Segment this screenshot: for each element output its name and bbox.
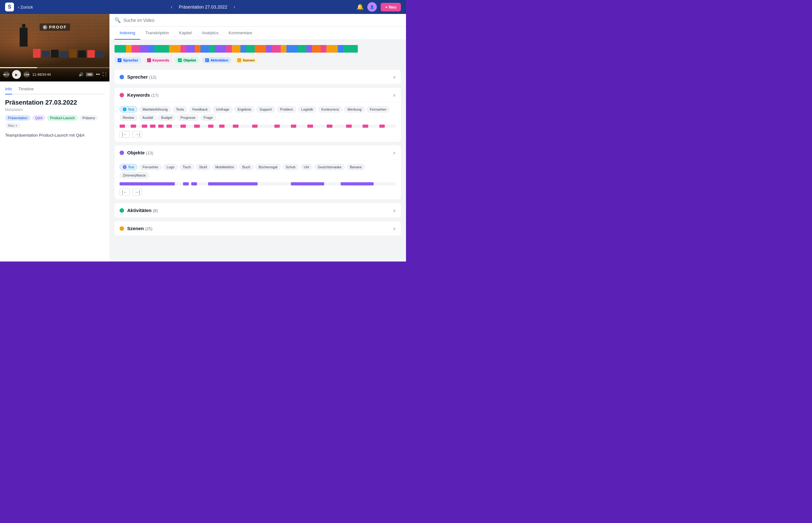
objekt-tag[interactable]: Mobiltelefon (212, 164, 237, 170)
tag-praesenz[interactable]: Präsenz (80, 115, 98, 121)
keywords-nav-end[interactable]: →| (132, 131, 142, 138)
sprecher-chevron: ∨ (393, 74, 396, 79)
sprecher-title: Sprecher(12) (127, 74, 393, 79)
tag-add-button[interactable]: Neu + (5, 123, 20, 128)
chip-check-objekte: ✓ (178, 58, 182, 62)
user-avatar[interactable]: 👤 (367, 2, 377, 12)
keyword-tag[interactable]: Frage (200, 114, 216, 121)
tag-qa[interactable]: Q&A (32, 115, 46, 121)
tag-product-launch[interactable]: Product-Launch (47, 115, 78, 121)
section-objekte: Objekte(13) ∧ ⊙ TextFernseherLogoTischSt… (114, 145, 401, 199)
fullscreen-icon[interactable]: ⛶ (103, 72, 106, 77)
sprecher-dot (120, 75, 124, 79)
objekte-nav-end[interactable]: →| (132, 188, 142, 196)
section-header-sprecher[interactable]: Sprecher(12) ∨ (114, 70, 401, 84)
objekt-tag[interactable]: Stuhl (196, 164, 210, 170)
keyword-tag[interactable]: Feedback (189, 106, 211, 112)
keyword-tag[interactable]: Umfrage (213, 106, 232, 112)
objekt-tag[interactable]: Banane (347, 164, 365, 170)
section-sprecher: Sprecher(12) ∨ (114, 70, 401, 84)
keyword-tag[interactable]: Review (120, 114, 137, 121)
objekte-content: ⊙ TextFernseherLogoTischStuhlMobiltelefo… (114, 160, 401, 199)
objekt-tag[interactable]: Bücherregal (255, 164, 280, 170)
keywords-content: ⊙ TextMarkteinführungTestsFeedbackUmfrag… (114, 102, 401, 142)
objekt-tag[interactable]: Schuh (283, 164, 299, 170)
tab-indexing[interactable]: Indexing (114, 26, 140, 40)
volume-icon[interactable]: 🔊 (79, 72, 84, 77)
objekte-chevron: ∧ (393, 150, 396, 155)
tab-transkription[interactable]: Transkription (140, 26, 174, 40)
keyword-tag[interactable]: Tests (173, 106, 188, 112)
keyword-tag[interactable]: Fernsehen (367, 106, 390, 112)
forward-button[interactable]: 10⏭ (23, 71, 30, 78)
keywords-timeline-nav: |← →| (120, 131, 396, 138)
more-options-icon[interactable]: ••• (96, 72, 100, 77)
keyword-tag[interactable]: Problem (277, 106, 296, 112)
filter-chip-sprecher[interactable]: ✓ Sprecher (114, 57, 141, 64)
tab-analytics[interactable]: Analytics (197, 26, 224, 40)
tab-kapitel[interactable]: Kapitel (174, 26, 197, 40)
info-panel: Info Timeline Präsentation 27.03.2022 Me… (0, 82, 109, 262)
next-nav-arrow[interactable]: › (231, 3, 237, 11)
section-header-szenen[interactable]: Szenen(25) ∨ (114, 221, 401, 235)
section-header-keywords[interactable]: Keywords(17) ∧ (114, 88, 401, 102)
keyword-tag[interactable]: Konkurrenz (318, 106, 342, 112)
objekt-tag[interactable]: Fernseher (139, 164, 161, 170)
header-right: 🔔 👤 + Neu (356, 2, 401, 12)
aktivitaeten-chevron: ∨ (393, 208, 396, 213)
section-header-objekte[interactable]: Objekte(13) ∧ (114, 145, 401, 160)
proof-icon: ◎ (42, 25, 47, 30)
presentation-title: Präsentation 27.03.2022 (5, 99, 104, 106)
rewind-button[interactable]: ⏮10 (3, 71, 10, 78)
header-center: ‹ Präsentation 27.03.2022 › (168, 3, 237, 11)
objekt-tag[interactable]: Logo (163, 164, 177, 170)
search-input[interactable] (123, 18, 401, 23)
section-header-aktivitaeten[interactable]: Aktivitäten(8) ∨ (114, 203, 401, 217)
tag-praesentation[interactable]: Präsentation (5, 115, 31, 121)
filter-chip-objekte[interactable]: ✓ Objekte (175, 57, 199, 64)
search-icon: 🔍 (114, 17, 121, 23)
objekt-tag[interactable]: Zimmerpflanze (120, 172, 149, 178)
aktivitaeten-dot (120, 208, 124, 213)
info-tabs: Info Timeline (5, 87, 104, 94)
keyword-tag[interactable]: Prognose (177, 114, 198, 121)
keywords-title: Keywords(17) (127, 92, 393, 97)
tab-info[interactable]: Info (5, 87, 12, 94)
header-title: Präsentation 27.03.2022 (179, 4, 227, 10)
play-button[interactable]: ▶ (12, 70, 21, 79)
chip-check-keywords: ✓ (147, 58, 151, 62)
bell-icon[interactable]: 🔔 (356, 3, 364, 11)
filter-chip-szenen[interactable]: ✓ Szenen (234, 57, 258, 64)
left-panel: ◎ PROOF (0, 14, 109, 262)
objekt-tag-active[interactable]: ⊙ Text (120, 164, 137, 170)
filter-chip-keywords[interactable]: ✓ Keywords (144, 57, 173, 64)
keyword-tag[interactable]: Ergebnis (234, 106, 254, 112)
filter-chips: ✓ Sprecher ✓ Keywords ✓ Objekte ✓ Aktivi… (114, 57, 401, 64)
audience-silhouettes (33, 49, 104, 58)
objekte-nav-start[interactable]: |← (120, 188, 130, 196)
tab-timeline[interactable]: Timeline (18, 87, 34, 94)
keyword-tag[interactable]: Budget (158, 114, 175, 121)
objekt-tag[interactable]: Tisch (179, 164, 194, 170)
filter-chip-aktivitaeten[interactable]: ✓ Aktivitäten (202, 57, 232, 64)
keyword-tag[interactable]: Support (256, 106, 275, 112)
keyword-tag[interactable]: Logistik (298, 106, 316, 112)
main-layout: ◎ PROOF (0, 14, 406, 262)
keywords-nav-start[interactable]: |← (120, 131, 130, 138)
objekt-tag[interactable]: Buch (239, 164, 253, 170)
prev-nav-arrow[interactable]: ‹ (168, 3, 175, 11)
keyword-tag[interactable]: Werbung (344, 106, 365, 112)
chip-check-szenen: ✓ (237, 58, 241, 62)
keyword-tag[interactable]: Ausfall (139, 114, 156, 121)
objekte-dot (120, 150, 124, 155)
objekt-tag[interactable]: Gesichtsmaske (314, 164, 345, 170)
color-timeline-bar (114, 45, 401, 53)
keyword-tag[interactable]: Markteinführung (139, 106, 171, 112)
tab-kommentare[interactable]: Kommentare (224, 26, 257, 40)
szenen-chevron: ∨ (393, 226, 396, 231)
new-button[interactable]: + Neu (381, 3, 401, 12)
back-button[interactable]: ‹ Zurück (18, 5, 33, 10)
keyword-tag-active[interactable]: ⊙ Text (120, 106, 137, 112)
aktivitaeten-title: Aktivitäten(8) (127, 208, 393, 213)
objekt-tag[interactable]: Uhr (301, 164, 313, 170)
